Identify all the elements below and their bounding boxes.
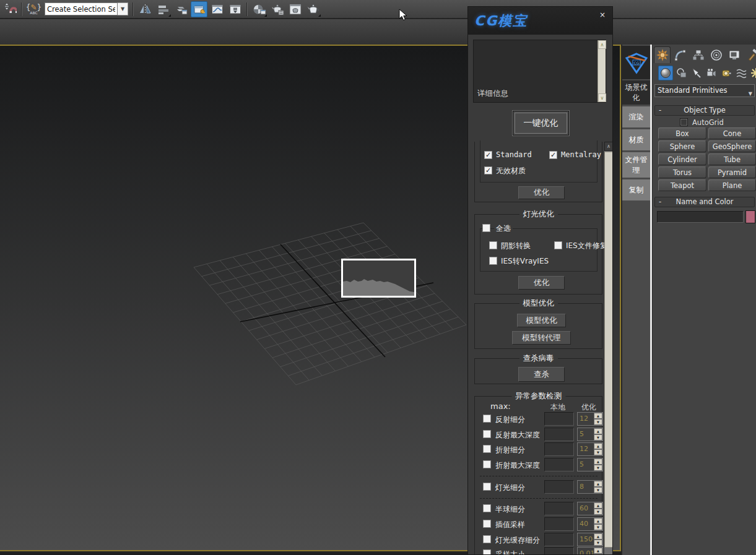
model-to-proxy-button[interactable]: 模型转代理 (512, 331, 571, 345)
spinner-up-icon[interactable]: ▲ (594, 443, 602, 449)
spinner-down-icon[interactable]: ▼ (594, 449, 602, 455)
optimize-spinner[interactable]: 5▲▼ (577, 428, 603, 441)
selection-set-dropdown-chevron-icon[interactable]: ▼ (118, 2, 128, 15)
optimize-spinner[interactable]: 0.01▲▼ (577, 547, 603, 555)
param-checkbox[interactable] (483, 535, 491, 543)
ies-fix-checkbox[interactable] (554, 241, 562, 249)
snap-spinner-toggle-icon[interactable] (1, 1, 18, 17)
one-click-optimize-button[interactable]: 一键优化 (513, 111, 569, 136)
tab-modify[interactable] (672, 46, 689, 63)
mirror-icon[interactable] (137, 1, 154, 17)
tube-button[interactable]: Tube (708, 153, 756, 165)
spinner-up-icon[interactable]: ▲ (594, 428, 602, 434)
tab-scene-optimize[interactable]: 场景优化 (622, 80, 650, 105)
cone-button[interactable]: Cone (708, 127, 756, 139)
local-value-input[interactable] (544, 517, 574, 531)
optimize-spinner[interactable]: 1500▲▼ (577, 533, 603, 546)
spinner-value[interactable]: 1500 (580, 535, 593, 543)
rendered-frame-window-icon[interactable] (287, 1, 303, 17)
optimize-spinner[interactable]: 40▲▼ (577, 517, 603, 531)
align-icon[interactable] (155, 1, 172, 17)
spinner-value[interactable]: 5 (580, 430, 593, 438)
object-type-rollout-header[interactable]: - Object Type (654, 105, 755, 116)
close-icon[interactable]: × (597, 10, 607, 20)
spinner-down-icon[interactable]: ▼ (594, 487, 602, 493)
spinner-up-icon[interactable]: ▲ (594, 481, 602, 487)
tab-copy[interactable]: 复制 (622, 179, 650, 200)
plane-button[interactable]: Plane (708, 179, 756, 191)
torus-button[interactable]: Torus (658, 166, 706, 178)
object-name-input[interactable] (657, 211, 744, 223)
optimize-spinner[interactable]: 60▲▼ (577, 502, 603, 515)
param-checkbox[interactable] (483, 504, 491, 512)
invalid-material-checkbox[interactable] (484, 166, 492, 174)
spinner-up-icon[interactable]: ▲ (594, 413, 602, 419)
param-checkbox[interactable] (483, 483, 491, 491)
spinner-down-icon[interactable]: ▼ (594, 419, 602, 425)
teapot-button[interactable]: Teapot (658, 179, 706, 191)
spinner-down-icon[interactable]: ▼ (594, 540, 602, 546)
spinner-value[interactable]: 5 (580, 460, 593, 468)
object-color-swatch[interactable] (745, 210, 755, 223)
model-optimize-button[interactable]: 模型优化 (517, 314, 566, 327)
cylinder-button[interactable]: Cylinder (658, 153, 706, 165)
spinner-value[interactable]: 12 (580, 415, 593, 423)
local-value-input[interactable] (544, 547, 574, 555)
selected-plane-object[interactable] (341, 259, 416, 298)
local-value-input[interactable] (544, 442, 574, 456)
material-optimize-button[interactable]: 优化 (518, 186, 565, 199)
curve-editor-icon[interactable] (209, 1, 225, 17)
local-value-input[interactable] (544, 533, 574, 546)
tab-file-manage[interactable]: 文件管理 (622, 152, 650, 178)
optimize-spinner[interactable]: 8▲▼ (577, 480, 603, 494)
local-value-input[interactable] (544, 480, 574, 494)
spinner-up-icon[interactable]: ▲ (594, 533, 602, 540)
virus-scan-button[interactable]: 查杀 (518, 367, 565, 382)
render-setup-icon[interactable] (269, 1, 285, 17)
param-checkbox[interactable] (483, 549, 491, 555)
local-value-input[interactable] (544, 458, 574, 471)
spinner-value[interactable]: 60 (580, 504, 593, 512)
param-checkbox[interactable] (483, 445, 491, 453)
optimize-spinner[interactable]: 12▲▼ (577, 412, 603, 426)
local-value-input[interactable] (544, 412, 574, 426)
subtab-shapes[interactable] (674, 66, 689, 80)
subtab-helpers[interactable] (719, 66, 734, 80)
subtab-systems[interactable] (749, 66, 756, 80)
spinner-up-icon[interactable]: ▲ (594, 548, 602, 554)
sphere-button[interactable]: Sphere (658, 140, 706, 152)
tab-material[interactable]: 材质 (622, 129, 650, 150)
scroll-down-icon[interactable]: ∨ (598, 93, 606, 102)
subtab-geometry[interactable] (658, 66, 673, 80)
spinner-value[interactable]: 8 (580, 483, 593, 491)
spinner-up-icon[interactable]: ▲ (594, 518, 602, 524)
spinner-down-icon[interactable]: ▼ (594, 524, 602, 530)
spinner-value[interactable]: 12 (580, 445, 593, 453)
scroll-up-icon[interactable]: ∧ (598, 40, 606, 49)
mentalray-checkbox[interactable] (549, 151, 557, 159)
spinner-up-icon[interactable]: ▲ (594, 458, 602, 465)
material-editor-icon[interactable] (251, 1, 267, 17)
shadow-convert-checkbox[interactable] (489, 241, 497, 249)
spinner-down-icon[interactable]: ▼ (594, 434, 602, 441)
primitive-category-dropdown[interactable]: Standard Primitives ▼ (654, 84, 755, 97)
param-checkbox[interactable] (483, 520, 491, 528)
edit-named-selection-sets-icon[interactable]: {✎}ABC (25, 1, 42, 17)
box-button[interactable]: Box (658, 127, 706, 139)
selection-set-input[interactable] (45, 2, 118, 15)
local-value-input[interactable] (544, 428, 574, 441)
tab-hierarchy[interactable] (690, 46, 706, 63)
spinner-value[interactable]: 40 (580, 520, 593, 528)
plugin-titlebar[interactable]: CG模宝 × (468, 7, 612, 35)
standard-checkbox[interactable] (484, 151, 492, 159)
light-optimize-button[interactable]: 优化 (518, 276, 565, 290)
autogrid-checkbox[interactable] (680, 118, 688, 126)
subtab-space-warps[interactable] (734, 66, 749, 80)
layer-manager-icon[interactable] (173, 1, 189, 17)
ies-to-vrayies-checkbox[interactable] (489, 257, 497, 265)
optimize-spinner[interactable]: 5▲▼ (577, 458, 603, 471)
spinner-up-icon[interactable]: ▲ (594, 502, 602, 509)
pyramid-button[interactable]: Pyramid (708, 166, 756, 178)
local-value-input[interactable] (544, 502, 574, 515)
geosphere-button[interactable]: GeoSphere (708, 140, 756, 152)
